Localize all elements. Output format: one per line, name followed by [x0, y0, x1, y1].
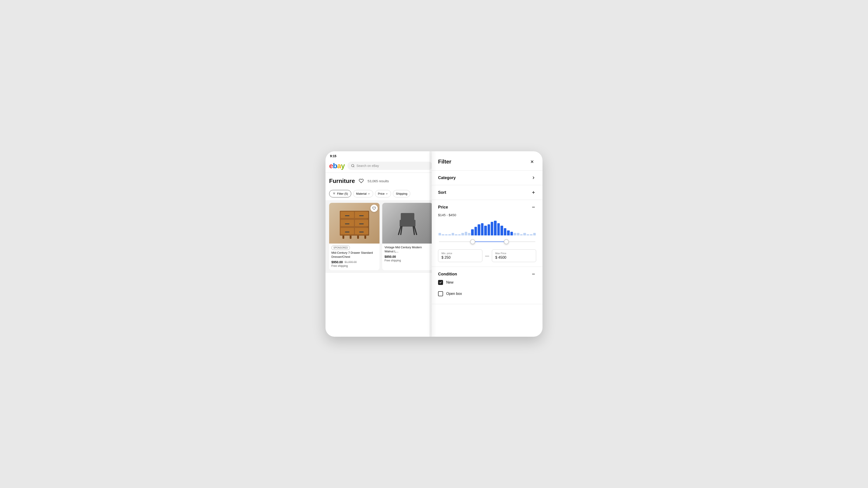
category-chevron-icon: [531, 175, 536, 180]
price-range-label: $145 - $450: [438, 213, 536, 217]
products-grid: SPONSORED Mid-Century 7 Drawer Standard …: [326, 200, 436, 273]
drawer-6: [355, 228, 368, 234]
search-placeholder-text: Search on eBay: [356, 164, 379, 167]
min-price-label: Min. price: [441, 252, 479, 255]
range-thumb-min[interactable]: [470, 239, 475, 244]
histogram-bar-13: [481, 223, 484, 236]
product-name-2: Vintage Mid Century Modern Walnut L...: [384, 245, 430, 253]
svg-rect-6: [401, 213, 414, 220]
histogram-bar-5: [455, 234, 457, 236]
product-info-1: SPONSORED Mid-Century 7 Drawer Standard …: [329, 244, 379, 270]
material-label: Material: [356, 192, 366, 195]
histogram-bar-14: [484, 226, 487, 236]
histogram-bar-22: [510, 232, 513, 236]
chevron-down-icon: [368, 192, 370, 195]
sponsored-badge: SPONSORED: [331, 246, 350, 250]
drawer-1: [341, 212, 354, 218]
material-chip[interactable]: Material: [353, 190, 373, 197]
product-shipping-1: Free shipping: [331, 264, 377, 268]
drawer-5: [341, 228, 354, 234]
leg-4: [364, 236, 366, 239]
search-icon: [351, 164, 355, 167]
shipping-label: Shipping: [396, 192, 407, 195]
histogram-bar-3: [448, 234, 451, 236]
filter-bar: Filter (5) Material Price Shipping: [326, 188, 436, 200]
max-price-input[interactable]: Max Price $ 4500: [492, 249, 536, 262]
drawer-3: [341, 220, 354, 226]
category-section-title: Category: [438, 176, 456, 180]
price-label: Price: [378, 192, 385, 195]
sort-section: Sort: [432, 185, 542, 200]
app-header: ebay Search on eBay: [326, 160, 436, 173]
histogram-bar-10: [471, 229, 473, 236]
histogram-bar-9: [468, 233, 470, 236]
wishlist-button-1[interactable]: [370, 205, 378, 212]
category-title: Furniture: [329, 178, 355, 185]
histogram-bar-7: [461, 233, 464, 236]
shipping-chip[interactable]: Shipping: [393, 190, 410, 197]
price-section-header[interactable]: Price: [438, 205, 536, 210]
histogram-bar-6: [458, 234, 461, 236]
status-time: 9:15: [330, 154, 336, 158]
sort-section-title: Sort: [438, 190, 446, 195]
histogram-bar-29: [533, 233, 536, 236]
checkmark-icon: [439, 281, 442, 284]
results-count: 53,065 results: [368, 179, 389, 183]
histogram-bar-18: [497, 223, 500, 236]
status-bar: 9:15: [326, 151, 436, 160]
chevron-down-icon-2: [385, 192, 388, 195]
price-section-title: Price: [438, 205, 448, 210]
histogram-bar-2: [445, 234, 447, 236]
chair-illustration: [396, 211, 419, 236]
product-card-2[interactable]: Vintage Mid Century Modern Walnut L... $…: [382, 203, 433, 270]
filter-button-label: Filter (5): [337, 192, 348, 195]
histogram-bar-27: [527, 234, 529, 236]
svg-line-1: [353, 166, 354, 167]
histogram-bar-24: [517, 233, 520, 236]
close-filter-button[interactable]: [528, 158, 536, 166]
min-price-input[interactable]: Min. price $ 250: [438, 249, 483, 262]
histogram-bar-19: [500, 226, 503, 236]
condition-section-header[interactable]: Condition: [438, 271, 536, 277]
product-image-1: [329, 203, 379, 244]
condition-minus-icon: [531, 271, 536, 277]
condition-openbox-item: Open box: [438, 288, 536, 299]
histogram-bar-12: [477, 224, 480, 236]
price-section: Price $145 - $450: [432, 200, 542, 267]
range-thumb-max[interactable]: [504, 239, 509, 244]
sort-section-header[interactable]: Sort: [438, 190, 536, 195]
histogram-bar-28: [530, 234, 532, 236]
svg-rect-5: [400, 220, 415, 226]
histogram-bar-23: [514, 233, 516, 236]
condition-openbox-label: Open box: [446, 292, 462, 296]
price-chip[interactable]: Price: [375, 190, 391, 197]
product-image-2: [382, 203, 433, 244]
histogram-bar-11: [474, 227, 477, 236]
category-section: Category: [432, 171, 542, 185]
product-info-2: Vintage Mid Century Modern Walnut L... $…: [382, 244, 433, 265]
leg-3: [357, 236, 359, 239]
heart-outline-icon: [372, 207, 376, 210]
price-inputs: Min. price $ 250 — Max Price $ 4500: [438, 249, 536, 262]
condition-new-item: New: [438, 277, 536, 288]
product-shipping-2: Free shipping: [384, 259, 430, 262]
price-range-slider[interactable]: [439, 239, 535, 245]
leg-2: [350, 236, 351, 239]
product-original-price-1: $1,000.00: [345, 261, 357, 264]
device-frame: 9:15 ebay Search on eBay Furniture: [326, 151, 542, 337]
heart-icon: [359, 178, 364, 183]
range-fill: [473, 242, 506, 242]
filter-main-button[interactable]: Filter (5): [329, 190, 351, 197]
histogram-bar-17: [494, 221, 496, 236]
favorite-button[interactable]: [358, 177, 365, 185]
condition-new-checkbox[interactable]: [438, 280, 443, 285]
price-histogram: [438, 220, 536, 238]
price-minus-icon: [531, 205, 536, 210]
product-card-1[interactable]: SPONSORED Mid-Century 7 Drawer Standard …: [329, 203, 379, 270]
condition-openbox-checkbox[interactable]: [438, 291, 443, 296]
category-section-header[interactable]: Category: [438, 175, 536, 180]
svg-point-0: [351, 164, 354, 167]
search-bar[interactable]: Search on eBay: [347, 162, 433, 170]
app-screen: 9:15 ebay Search on eBay Furniture: [326, 151, 436, 337]
histogram-bar-8: [465, 232, 467, 236]
